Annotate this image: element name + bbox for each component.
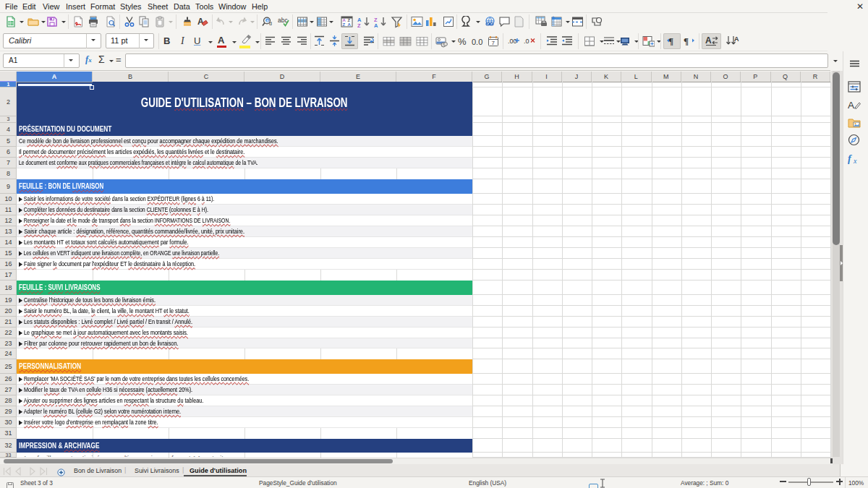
svg-text:A: A <box>374 22 378 29</box>
svg-text:A: A <box>705 35 712 46</box>
svg-text:x: x <box>853 157 857 164</box>
svg-text:Z: Z <box>357 22 361 29</box>
svg-text:A: A <box>734 35 739 43</box>
svg-text:A: A <box>197 17 204 27</box>
svg-text:d: d <box>269 21 272 26</box>
svg-text:7: 7 <box>492 40 495 46</box>
svg-text:f: f <box>848 153 852 164</box>
svg-text:%: % <box>458 36 467 47</box>
svg-text:.00: .00 <box>508 38 517 45</box>
svg-text:A: A <box>348 22 352 27</box>
svg-text:0.0: 0.0 <box>472 38 482 46</box>
svg-text:¶: ¶ <box>684 35 689 46</box>
svg-text:.0: .0 <box>524 38 529 45</box>
svg-text:¶: ¶ <box>668 35 673 46</box>
svg-text:A: A <box>848 100 854 111</box>
svg-text:Z: Z <box>343 22 346 27</box>
